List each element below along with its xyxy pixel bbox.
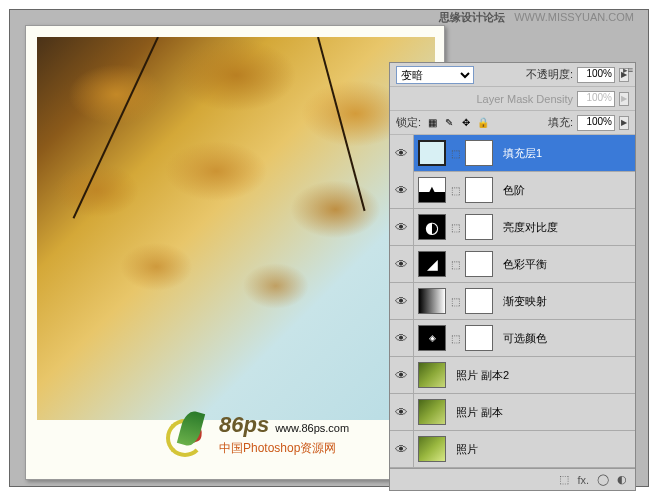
mask-icon[interactable]: ◯ bbox=[597, 473, 609, 486]
density-input: 100% bbox=[577, 91, 615, 107]
density-label: Layer Mask Density bbox=[476, 93, 573, 105]
layers-list: 👁⬚填充层1👁⬚色阶👁⬚亮度对比度👁⬚色彩平衡👁⬚渐变映射👁⬚可选颜色👁照片 副… bbox=[390, 135, 635, 468]
visibility-eye-icon[interactable]: 👁 bbox=[390, 431, 414, 468]
link-icon[interactable]: ⬚ bbox=[449, 185, 462, 196]
opacity-input[interactable]: 100% bbox=[577, 67, 615, 83]
layer-thumb[interactable] bbox=[418, 288, 446, 314]
blend-row: 变暗 不透明度: 100% ▶ bbox=[390, 63, 635, 87]
lock-position-icon[interactable]: ✥ bbox=[459, 116, 473, 130]
logo-brand: 86ps bbox=[219, 412, 269, 438]
density-row: Layer Mask Density 100% ▶ bbox=[390, 87, 635, 111]
layer-name: 照片 副本2 bbox=[456, 368, 509, 383]
panel-menu-icon[interactable]: ▸≡ bbox=[623, 65, 633, 75]
opacity-label: 不透明度: bbox=[526, 67, 573, 82]
link-layers-icon[interactable]: ⬚ bbox=[559, 473, 569, 486]
layer-thumb[interactable] bbox=[418, 177, 446, 203]
layer-row[interactable]: 👁⬚色彩平衡 bbox=[390, 246, 635, 283]
layer-thumb[interactable] bbox=[418, 140, 446, 166]
visibility-eye-icon[interactable]: 👁 bbox=[390, 320, 414, 357]
canvas-image bbox=[37, 37, 435, 420]
link-icon[interactable]: ⬚ bbox=[449, 333, 462, 344]
visibility-eye-icon[interactable]: 👁 bbox=[390, 135, 414, 172]
watermark: 思缘设计论坛 WWW.MISSYUAN.COM bbox=[439, 10, 634, 25]
blend-mode-select[interactable]: 变暗 bbox=[396, 66, 474, 84]
layer-name: 照片 副本 bbox=[456, 405, 503, 420]
layer-thumb[interactable] bbox=[418, 399, 446, 425]
layer-name: 填充层1 bbox=[503, 146, 542, 161]
fx-icon[interactable]: fx. bbox=[577, 474, 589, 486]
mask-thumb[interactable] bbox=[465, 251, 493, 277]
visibility-eye-icon[interactable]: 👁 bbox=[390, 246, 414, 283]
link-icon[interactable]: ⬚ bbox=[449, 148, 462, 159]
visibility-eye-icon[interactable]: 👁 bbox=[390, 394, 414, 431]
layer-row[interactable]: 👁⬚填充层1 bbox=[390, 135, 635, 172]
watermark-forum: 思缘设计论坛 bbox=[439, 11, 505, 23]
layer-name: 照片 bbox=[456, 442, 478, 457]
visibility-eye-icon[interactable]: 👁 bbox=[390, 172, 414, 209]
layer-name: 亮度对比度 bbox=[503, 220, 558, 235]
site-logo: 86ps www.86ps.com 中国Photoshop资源网 bbox=[161, 409, 349, 459]
link-icon[interactable]: ⬚ bbox=[449, 259, 462, 270]
link-icon[interactable]: ⬚ bbox=[449, 222, 462, 233]
fill-flyout-icon[interactable]: ▶ bbox=[619, 116, 629, 130]
layer-row[interactable]: 👁⬚可选颜色 bbox=[390, 320, 635, 357]
logo-text: 86ps www.86ps.com 中国Photoshop资源网 bbox=[219, 412, 349, 457]
layer-thumb[interactable] bbox=[418, 325, 446, 351]
layer-row[interactable]: 👁⬚色阶 bbox=[390, 172, 635, 209]
lock-paint-icon[interactable]: ✎ bbox=[442, 116, 456, 130]
mask-thumb[interactable] bbox=[465, 140, 493, 166]
mask-thumb[interactable] bbox=[465, 214, 493, 240]
lock-label: 锁定: bbox=[396, 115, 421, 130]
watermark-url: WWW.MISSYUAN.COM bbox=[514, 11, 634, 23]
layer-thumb[interactable] bbox=[418, 214, 446, 240]
layer-thumb[interactable] bbox=[418, 436, 446, 462]
fill-input[interactable]: 100% bbox=[577, 115, 615, 131]
app-frame: 思缘设计论坛 WWW.MISSYUAN.COM 86ps www.86ps.co… bbox=[9, 9, 649, 487]
lock-row: 锁定: ▦ ✎ ✥ 🔒 填充: 100% ▶ bbox=[390, 111, 635, 135]
mask-thumb[interactable] bbox=[465, 325, 493, 351]
layer-row[interactable]: 👁⬚亮度对比度 bbox=[390, 209, 635, 246]
lock-transparency-icon[interactable]: ▦ bbox=[425, 116, 439, 130]
mask-thumb[interactable] bbox=[465, 177, 493, 203]
layer-name: 色彩平衡 bbox=[503, 257, 547, 272]
layer-row[interactable]: 👁照片 副本 bbox=[390, 394, 635, 431]
density-flyout-icon: ▶ bbox=[619, 92, 629, 106]
mask-thumb[interactable] bbox=[465, 288, 493, 314]
visibility-eye-icon[interactable]: 👁 bbox=[390, 357, 414, 394]
visibility-eye-icon[interactable]: 👁 bbox=[390, 283, 414, 320]
layers-bottom-bar: ⬚ fx. ◯ ◐ bbox=[390, 468, 635, 490]
logo-url: www.86ps.com bbox=[275, 422, 349, 434]
visibility-eye-icon[interactable]: 👁 bbox=[390, 209, 414, 246]
layers-panel: ▸≡ 变暗 不透明度: 100% ▶ Layer Mask Density 10… bbox=[389, 62, 636, 491]
adjustment-icon[interactable]: ◐ bbox=[617, 473, 627, 486]
canvas-border: 86ps www.86ps.com 中国Photoshop资源网 bbox=[25, 25, 445, 480]
layer-name: 可选颜色 bbox=[503, 331, 547, 346]
layer-name: 色阶 bbox=[503, 183, 525, 198]
layer-row[interactable]: 👁⬚渐变映射 bbox=[390, 283, 635, 320]
layer-thumb[interactable] bbox=[418, 251, 446, 277]
logo-tagline: 中国Photoshop资源网 bbox=[219, 440, 349, 457]
layer-thumb[interactable] bbox=[418, 362, 446, 388]
logo-swirl-icon bbox=[161, 409, 211, 459]
layer-row[interactable]: 👁照片 副本2 bbox=[390, 357, 635, 394]
lock-icons: ▦ ✎ ✥ 🔒 bbox=[425, 116, 490, 130]
layer-row[interactable]: 👁照片 bbox=[390, 431, 635, 468]
link-icon[interactable]: ⬚ bbox=[449, 296, 462, 307]
layer-name: 渐变映射 bbox=[503, 294, 547, 309]
fill-label: 填充: bbox=[548, 115, 573, 130]
lock-all-icon[interactable]: 🔒 bbox=[476, 116, 490, 130]
branches-texture bbox=[37, 37, 435, 420]
